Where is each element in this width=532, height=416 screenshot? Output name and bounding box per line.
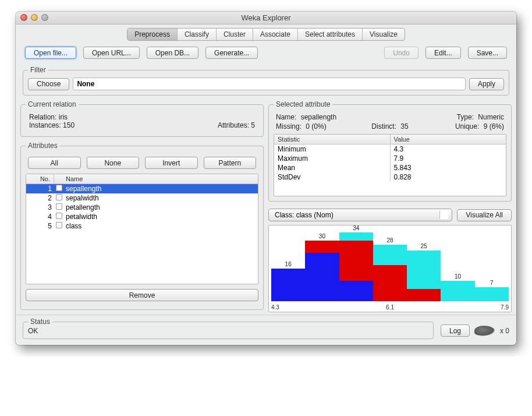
relation-name: iris <box>59 113 68 121</box>
attr-row-checkbox[interactable] <box>56 185 62 191</box>
histogram-bin-label: 25 <box>407 243 441 249</box>
attributes-legend: Attributes <box>26 142 60 150</box>
window-close-button[interactable] <box>20 14 27 21</box>
log-button[interactable]: Log <box>441 325 470 337</box>
attribute-row[interactable]: 3petallength <box>26 203 258 212</box>
tab-preprocess[interactable]: Preprocess <box>127 29 178 40</box>
filter-apply-button[interactable]: Apply <box>469 78 504 90</box>
remove-button[interactable]: Remove <box>26 289 258 301</box>
attr-row-name: sepalwidth <box>65 194 258 202</box>
histogram-segment <box>305 253 339 301</box>
attr-row-no: 4 <box>26 213 54 221</box>
attributes-value: 5 <box>251 121 255 129</box>
stat-row: Minimum4.3 <box>274 144 506 154</box>
stat-name: Minimum <box>274 144 391 154</box>
tab-visualize[interactable]: Visualize <box>363 29 405 40</box>
selattr-name-label: Name: <box>276 113 299 121</box>
attr-row-no: 5 <box>26 222 54 230</box>
window-zoom-button[interactable] <box>41 14 48 21</box>
selattr-missing-label: Missing: <box>276 122 304 131</box>
attributes-group: Attributes All None Invert Pattern No. N… <box>20 142 264 310</box>
stat-name: StdDev <box>274 172 391 182</box>
stat-head-value: Value <box>391 135 506 144</box>
window-controls <box>20 14 48 21</box>
attr-row-no: 1 <box>26 185 54 193</box>
status-text: OK <box>28 327 428 335</box>
histogram-segment <box>441 281 474 301</box>
generate-button[interactable]: Generate... <box>205 47 258 59</box>
class-select[interactable]: Class: class (Nom) ▴▾ <box>268 209 452 221</box>
stat-head-statistic: Statistic <box>274 135 391 144</box>
selattr-missing: 0 (0%) <box>306 122 326 131</box>
selected-attribute-group: Selected attribute Name: sepallength Typ… <box>268 100 512 202</box>
attr-row-name: sepallength <box>65 185 258 193</box>
relation-name-label: Relation: <box>29 113 56 121</box>
stat-value: 7.9 <box>391 154 506 163</box>
attr-head-name: Name <box>54 174 258 184</box>
tab-cluster[interactable]: Cluster <box>217 29 253 40</box>
selattr-distinct-label: Distinct: <box>371 122 399 131</box>
attr-pattern-button[interactable]: Pattern <box>204 157 257 169</box>
statistics-table: Statistic Value Minimum4.3Maximum7.9Mean… <box>274 134 506 196</box>
histogram-segment <box>475 287 509 301</box>
filter-choose-button[interactable]: Choose <box>28 78 69 90</box>
tabs-row: PreprocessClassifyClusterAssociateSelect… <box>16 24 516 41</box>
status-group: Status OK <box>23 318 434 339</box>
status-legend: Status <box>28 318 52 326</box>
stat-value: 0.828 <box>391 172 506 182</box>
attr-row-checkbox[interactable] <box>56 194 62 200</box>
open-file-button[interactable]: Open file... <box>25 47 76 59</box>
current-relation-group: Current relation Relation: iris Instance… <box>20 100 264 137</box>
tab-classify[interactable]: Classify <box>178 29 217 40</box>
visualize-all-button[interactable]: Visualize All <box>457 209 512 221</box>
titlebar: Weka Explorer <box>16 12 516 24</box>
stat-name: Mean <box>274 163 391 172</box>
tab-select-attributes[interactable]: Select attributes <box>298 29 363 40</box>
save-button[interactable]: Save... <box>468 47 507 59</box>
histogram-bin-label: 16 <box>271 261 305 267</box>
log-counter: x 0 <box>500 327 509 335</box>
attr-row-checkbox[interactable] <box>56 213 62 219</box>
histogram-chart: 1630342825107 4.36.17.9 <box>268 225 512 312</box>
instances-label: Instances: <box>29 121 61 129</box>
selattr-name: sepallength <box>301 113 336 121</box>
histogram-segment <box>373 245 407 265</box>
attribute-row[interactable]: 4petalwidth <box>26 212 258 221</box>
open-url-button[interactable]: Open URL... <box>83 47 140 59</box>
open-db-button[interactable]: Open DB... <box>147 47 198 59</box>
histogram-segment <box>305 241 339 253</box>
filter-value[interactable]: None <box>73 77 466 90</box>
attr-row-checkbox[interactable] <box>56 222 62 228</box>
attribute-row[interactable]: 1sepallength <box>26 184 258 193</box>
edit-button[interactable]: Edit... <box>425 47 461 59</box>
undo-button: Undo <box>384 47 418 59</box>
attr-row-name: petalwidth <box>65 213 258 221</box>
window-minimize-button[interactable] <box>31 14 38 21</box>
stat-row: StdDev0.828 <box>274 172 506 182</box>
class-select-label: Class: class (Nom) <box>275 211 334 219</box>
stat-value: 4.3 <box>391 144 506 154</box>
tab-associate[interactable]: Associate <box>253 29 298 40</box>
attr-row-no: 3 <box>26 203 54 211</box>
selattr-unique-label: Unique: <box>455 122 481 131</box>
histogram-segment <box>339 241 373 281</box>
attribute-row[interactable]: 5class <box>26 221 258 231</box>
attr-invert-button[interactable]: Invert <box>145 157 198 169</box>
tabset: PreprocessClassifyClusterAssociateSelect… <box>127 28 405 41</box>
attr-none-button[interactable]: None <box>87 157 140 169</box>
toolbar: Open file... Open URL... Open DB... Gene… <box>16 41 516 64</box>
attribute-row[interactable]: 2sepalwidth <box>26 193 258 203</box>
selattr-unique: 9 (6%) <box>484 122 504 131</box>
axis-tick: 7.9 <box>501 304 509 311</box>
histogram-bin-label: 34 <box>339 225 373 231</box>
histogram-bin-label: 10 <box>441 273 474 280</box>
attributes-table: No. Name 1sepallength2sepalwidth3petalle… <box>26 174 258 284</box>
attr-all-button[interactable]: All <box>28 157 81 169</box>
attr-row-checkbox[interactable] <box>56 203 62 210</box>
instances-value: 150 <box>63 121 75 129</box>
histogram-segment <box>339 232 373 241</box>
window-title: Weka Explorer <box>20 13 512 22</box>
filter-legend: Filter <box>28 66 48 74</box>
window: Weka Explorer PreprocessClassifyClusterA… <box>16 12 516 345</box>
filter-group: Filter Choose None Apply <box>23 66 509 96</box>
